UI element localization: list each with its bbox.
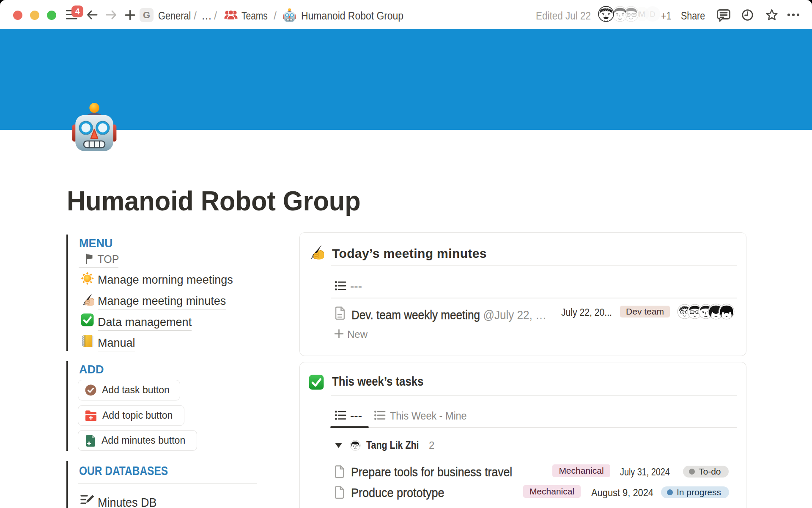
svg-text:D: D <box>650 10 655 19</box>
svg-text:M: M <box>639 10 645 19</box>
